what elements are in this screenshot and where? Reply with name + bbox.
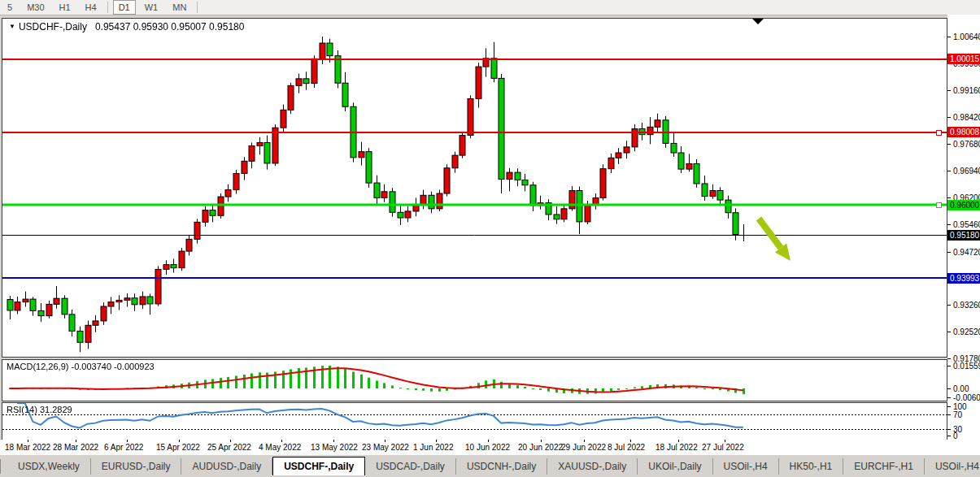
time-axis-label: 28 Mar 2022 [53,443,98,452]
price-tick-mark [947,37,951,37]
price-tick-mark [947,117,951,118]
price-tick-label: 1.00640 [953,33,980,41]
time-tick-mark [678,440,679,442]
time-axis-label: 1 Jun 2022 [413,443,454,452]
time-tick-mark [436,440,437,442]
price-tick-mark [947,429,951,430]
tab-hk50-h1[interactable]: HK50-,H1 [779,458,844,475]
macd-scale-label: -0.00605 [953,393,980,402]
timeframe-button-m30[interactable]: M30 [21,0,50,15]
price-tick-mark [947,144,951,145]
chart-dropdown-icon[interactable]: ▼ [9,23,15,30]
time-axis-label: 8 Jul 2022 [608,443,645,452]
macd-scale-label: 0.01559 [953,362,980,371]
price-tick-label: 0.92520 [953,327,980,336]
tab-audusd-daily[interactable]: AUDUSD-,Daily [181,458,272,475]
price-tick-mark [947,90,951,91]
time-tick-mark [281,440,282,442]
timeframe-button-d1[interactable]: D1 [113,0,136,15]
time-axis[interactable]: 18 Mar 202228 Mar 20226 Apr 202215 Apr 2… [0,440,947,454]
price-tick-label: 0.98420 [953,113,980,122]
time-axis-label: 10 Jun 2022 [465,443,510,452]
rsi-scale-label: 0 [953,431,958,440]
time-axis-label: 29 Jun 2022 [561,443,606,452]
price-tick-label: 0.94720 [953,248,980,257]
tab-usdx-weekly[interactable]: USDX,Weekly [7,458,91,475]
time-axis-label: 13 May 2022 [311,443,358,452]
toolbar-separator [197,2,198,13]
rsi-panel: RSI(14) 31.2829 [2,402,947,440]
rsi-scale-label: 70 [953,410,962,419]
toolbar-separator [107,2,108,13]
chart-title: ▼USDCHF-,Daily0.95437 0.95930 0.95007 0.… [9,21,244,33]
price-tick-label: 0.96940 [953,167,980,176]
tab-xauusd-daily[interactable]: XAUUSD-,Daily [547,458,638,475]
chart-tab-bar: USDX,WeeklyEURUSD-,DailyAUDUSD-,DailyUSD… [0,454,980,477]
price-tick-mark [947,332,951,332]
price-tick-label: 0.93260 [953,301,980,310]
price-level-badge-0.96000: 0.96000 [947,200,980,210]
time-axis-label: 23 May 2022 [362,443,409,452]
time-axis-label: 18 Mar 2022 [5,443,50,452]
macd-panel: MACD(12,26,9) -0.003740 -0.000923 [2,359,947,401]
timeframe-toolbar: 5M30H1H4D1W1MN [0,0,980,15]
timeframe-button-h1[interactable]: H1 [54,0,76,15]
tab-usoil-h4[interactable]: USOil-,H4 [713,458,779,475]
time-axis-label: 20 Jun 2022 [518,443,563,452]
tab-eurchf-h1[interactable]: EURCHF-,H1 [843,458,925,475]
timeframe-button-w1[interactable]: W1 [139,0,164,15]
price-tick-label: 0.99160 [953,86,980,95]
time-tick-mark [333,440,334,442]
price-tick-mark [947,406,951,407]
tab-usoil-h4-2[interactable]: USOil-,H4 [925,458,980,475]
chart-ohlc-values: 0.95437 0.95930 0.95007 0.95180 [95,21,245,33]
macd-scale-label: 0.00 [953,384,969,393]
candlestick-chart-canvas[interactable] [2,19,947,357]
price-tick-mark [947,388,951,389]
main-chart-panel: ▼USDCHF-,Daily0.95437 0.95930 0.95007 0.… [2,18,947,358]
price-tick-mark [947,397,951,398]
price-level-badge-0.95180: 0.95180 [947,230,980,241]
time-axis-label: 27 Jul 2022 [702,443,744,452]
time-axis-label: 15 Apr 2022 [156,443,200,452]
mt4-window: 5M30H1H4D1W1MN ▼USDCHF-,Daily0.95437 0.9… [0,0,980,477]
price-tick-mark [947,305,951,306]
tabbar-left-spacer [0,459,1,474]
time-axis-label: 4 May 2022 [259,443,301,452]
time-tick-mark [76,440,76,442]
time-tick-mark [630,440,631,442]
price-level-badge-0.98008: 0.98008 [947,127,980,137]
price-tick-mark [947,436,951,436]
time-tick-mark [28,440,28,442]
rsi-label: RSI(14) 31.2829 [7,405,72,414]
tab-usdcnh-daily[interactable]: USDCNH-,Daily [456,458,547,475]
timeframe-button-5[interactable]: 5 [2,0,18,15]
price-tick-label: 0.95460 [953,220,980,229]
timeframe-button-h4[interactable]: H4 [80,0,102,15]
price-level-badge-1.00015: 1.00015 [947,54,980,64]
price-tick-mark [947,224,951,225]
time-axis-label: 6 Apr 2022 [104,443,143,452]
price-tick-mark [947,171,951,171]
chart-symbol-label: USDCHF-,Daily [19,21,87,33]
time-tick-mark [230,440,231,442]
tab-usdchf-daily[interactable]: USDCHF-,Daily [272,457,365,475]
price-tick-label: 0.97680 [953,140,980,149]
price-level-badge-0.93993: 0.93993 [947,273,980,284]
time-tick-mark [584,440,585,442]
rsi-canvas[interactable] [2,403,947,440]
time-tick-mark [488,440,489,442]
tab-eurusd-daily[interactable]: EURUSD-,Daily [91,458,182,475]
tab-ukoil-daily[interactable]: UKOil-,Daily [638,458,712,475]
timeframe-button-mn[interactable]: MN [167,0,192,15]
price-axis[interactable]: 1.006400.999000.991600.984200.976800.969… [947,15,980,454]
time-tick-mark [127,440,128,442]
price-tick-mark [947,366,951,366]
price-tick-mark [947,358,951,359]
time-tick-mark [179,440,180,442]
price-tick-mark [947,414,951,415]
time-tick-mark [385,440,385,442]
time-axis-label: 18 Jul 2022 [656,443,698,452]
tab-usdcad-daily[interactable]: USDCAD-,Daily [365,458,456,475]
macd-label: MACD(12,26,9) -0.003740 -0.000923 [7,362,155,371]
